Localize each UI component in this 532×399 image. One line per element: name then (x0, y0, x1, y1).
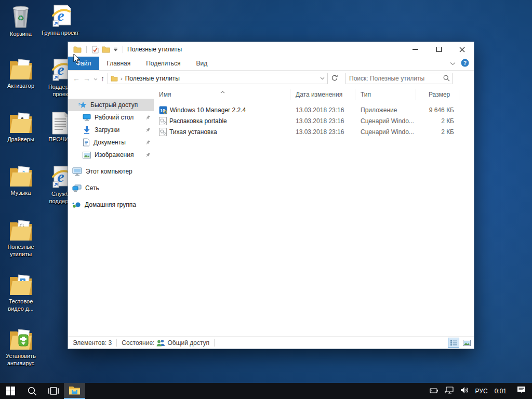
clock[interactable]: 0:01 (495, 388, 507, 395)
svg-text:10: 10 (160, 108, 165, 113)
sidebar-item-desktop[interactable]: Рабочий стол (68, 111, 154, 124)
sidebar-item-label: Домашняя группа (85, 201, 136, 208)
volume-icon[interactable] (460, 387, 469, 396)
application-icon: 10 (159, 106, 167, 114)
file-row[interactable]: Распаковка portable 13.03.2018 23:16 Сце… (154, 115, 474, 126)
column-header-size[interactable]: Размер (416, 89, 459, 100)
state-value: Общий доступ (167, 339, 209, 347)
desktop-icon-poleznye-utility[interactable]: Полезные утилиты (1, 219, 41, 258)
desktop-icon-recycle-bin[interactable]: ♻ Корзина (1, 4, 41, 37)
window-controls (404, 42, 474, 57)
search-icon[interactable] (443, 75, 450, 83)
search-icon (28, 387, 37, 396)
desktop: ♻ Корзина Активатор Драйверы ♪ Музыка (0, 0, 532, 399)
column-header-type[interactable]: Тип (355, 89, 416, 100)
desktop-icon-label: Тестовое видео д... (1, 298, 41, 312)
folder-icon (9, 58, 33, 81)
file-row[interactable]: Тихая установка 13.03.2018 23:16 Сценари… (154, 126, 474, 137)
column-header-date[interactable]: Дата изменения (290, 89, 355, 100)
sidebar-item-this-pc[interactable]: Этот компьютер (68, 165, 154, 178)
up-icon[interactable]: ↑ (101, 75, 104, 82)
pin-icon (145, 152, 151, 157)
task-view-button[interactable] (43, 383, 64, 399)
documents-icon (83, 138, 90, 147)
power-icon[interactable] (428, 387, 438, 396)
close-button[interactable] (450, 42, 474, 57)
taskbar: РУС 0:01 (0, 383, 532, 399)
tab-home[interactable]: Главная (99, 57, 139, 70)
task-view-icon (48, 387, 59, 395)
utilities-folder-icon (9, 219, 33, 242)
maximize-button[interactable] (427, 42, 450, 57)
network-icon (72, 184, 82, 192)
navigation-pane: Быстрый доступ Рабочий стол (68, 86, 154, 337)
taskbar-file-explorer-button[interactable] (64, 383, 85, 399)
sidebar-group-gap (68, 194, 154, 198)
sidebar-item-documents[interactable]: Документы (68, 136, 154, 149)
downloads-arrow-icon (83, 126, 91, 134)
sidebar-item-pictures[interactable]: Изображения (68, 149, 154, 161)
details-view-icon (450, 340, 457, 346)
language-indicator[interactable]: РУС (475, 388, 488, 395)
desktop-icon-muzyka[interactable]: ♪ Музыка (1, 165, 41, 196)
script-file-icon (159, 117, 167, 125)
thumbnails-view-icon (463, 340, 471, 346)
address-dropdown-chevron-icon[interactable] (320, 77, 325, 80)
desktop-icon-drivery[interactable]: Драйверы (1, 112, 41, 143)
desktop-icon-testovoe-video[interactable]: Тестовое видео д... (1, 274, 41, 312)
expand-ribbon-chevron-icon[interactable] (450, 60, 456, 67)
qat-customize-chevron-icon[interactable] (113, 47, 118, 51)
sidebar-item-downloads[interactable]: Загрузки (68, 124, 154, 136)
sidebar-item-label: Изображения (95, 151, 134, 158)
homegroup-icon (72, 201, 81, 209)
details-view-button[interactable] (448, 338, 459, 348)
desktop-icon-aktivator[interactable]: Активатор (1, 58, 41, 89)
sidebar-item-homegroup[interactable]: Домашняя группа (68, 198, 154, 211)
breadcrumb[interactable]: Полезные утилиты (125, 75, 180, 82)
sidebar-item-network[interactable]: Сеть (68, 182, 154, 194)
pin-icon (145, 140, 151, 145)
tab-file[interactable]: Файл (68, 57, 99, 70)
desktop-icon-label: Драйверы (1, 136, 41, 143)
thumbnails-view-button[interactable] (461, 338, 472, 348)
taskbar-search-button[interactable] (21, 383, 43, 399)
video-folder-icon (9, 274, 33, 297)
divider (116, 339, 117, 347)
file-type: Сценарий Windo... (355, 128, 416, 136)
action-center-icon[interactable] (517, 386, 526, 396)
minimize-button[interactable] (404, 42, 427, 57)
desktop-icon-label: Активатор (1, 82, 41, 89)
view-switcher (448, 338, 472, 348)
divider (86, 46, 87, 53)
sidebar-item-quick-access[interactable]: Быстрый доступ (68, 99, 154, 111)
recent-locations-chevron-icon[interactable] (94, 75, 98, 82)
svg-text:?: ? (463, 60, 467, 65)
file-row[interactable]: 10 Windows 10 Manager 2.2.4 13.03.2018 2… (154, 104, 474, 115)
desktop-icon-gruppa-proekt[interactable]: e Группа проект (41, 4, 80, 36)
search-input[interactable] (345, 73, 453, 84)
title-bar: Полезные утилиты (68, 42, 474, 57)
qat-new-folder-icon[interactable] (102, 46, 110, 53)
desktop-icon-ustanovit-antivirus[interactable]: Установить антивирус (1, 328, 41, 367)
shared-state: Общий доступ (156, 339, 209, 347)
refresh-icon[interactable] (331, 74, 338, 83)
music-folder-icon: ♪ (9, 165, 33, 188)
sidebar-item-label: Загрузки (95, 126, 119, 134)
tab-view[interactable]: Вид (188, 57, 215, 70)
file-size: 2 КБ (416, 117, 459, 125)
forward-icon[interactable]: → (83, 75, 90, 82)
file-type: Приложение (355, 107, 416, 114)
tab-share[interactable]: Поделиться (138, 57, 188, 70)
desktop-icon-label: Музыка (1, 189, 41, 196)
file-list: Имя Дата изменения Тип Размер 10 Windows… (154, 86, 474, 337)
start-button[interactable] (0, 383, 21, 399)
address-box[interactable]: › Полезные утилиты (108, 73, 328, 84)
help-icon[interactable]: ? (461, 59, 469, 69)
back-icon[interactable]: ← (73, 75, 80, 82)
file-name: Тихая установка (169, 128, 217, 136)
this-pc-icon (72, 167, 82, 176)
qat-properties-icon[interactable] (91, 46, 99, 54)
network-icon[interactable] (445, 387, 454, 396)
file-date: 13.03.2018 23:16 (290, 117, 355, 125)
sidebar-item-label: Сеть (85, 184, 99, 192)
